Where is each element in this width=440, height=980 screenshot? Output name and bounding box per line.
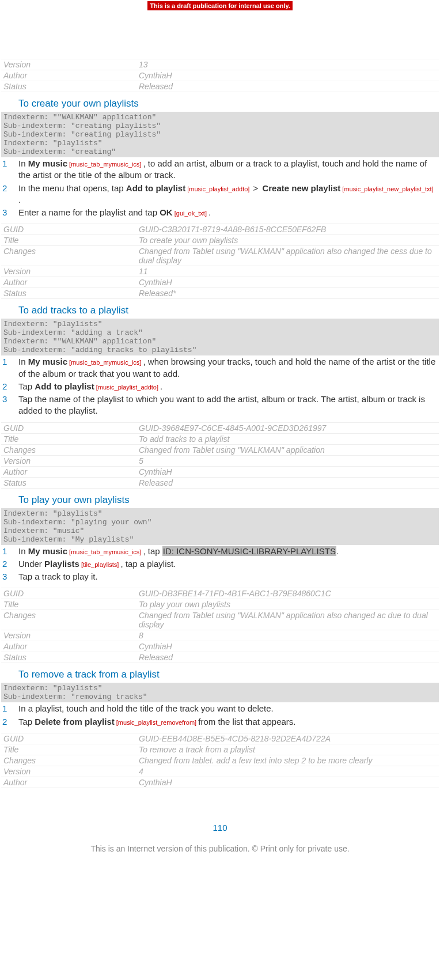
keyref: [tile_playlists] xyxy=(79,561,121,568)
meta-key: Status xyxy=(1,81,136,92)
page-body: Version13AuthorCynthiaHStatusReleased To… xyxy=(0,10,440,853)
meta-value: GUID-EEB44D8E-B5E5-4CD5-8218-92D2EA4D722… xyxy=(136,733,439,744)
meta-value: 13 xyxy=(136,59,439,70)
meta-key: GUID xyxy=(1,422,136,433)
meta-value: Released xyxy=(136,477,439,488)
indexterm-remove: Indexterm: "playlists" Sub-indexterm: "r… xyxy=(1,683,439,702)
meta-rows: GUIDGUID-EEB44D8E-B5E5-4CD5-8218-92D2EA4… xyxy=(1,733,439,788)
meta-value: GUID-C3B20171-8719-4A88-B615-8CCE50EF62F… xyxy=(136,224,439,235)
meta-key: Version xyxy=(1,630,136,641)
meta-key: Version xyxy=(1,455,136,466)
meta-value: 4 xyxy=(136,766,439,777)
section-heading-remove: To remove a track from a playlist xyxy=(18,669,439,680)
meta-value: 8 xyxy=(136,630,439,641)
meta-value: GUID-DB3FBE14-71FD-4B1F-ABC1-B79E84860C1… xyxy=(136,588,439,599)
meta-key: Status xyxy=(1,652,136,663)
keyref: [music_playlist_new_playlist_txt] xyxy=(340,186,433,192)
meta-key: Title xyxy=(1,599,136,610)
footer-text: This is an Internet version of this publ… xyxy=(1,844,439,853)
keyref: [music_playlist_addto] xyxy=(185,186,251,192)
meta-key: Changes xyxy=(1,755,136,766)
meta-value: CynthiaH xyxy=(136,70,439,81)
step-number: 2 xyxy=(1,381,18,392)
meta-rows: GUIDGUID-DB3FBE14-71FD-4B1F-ABC1-B79E848… xyxy=(1,588,439,663)
meta-table-remove: GUIDGUID-EEB44D8E-B5E5-4CD5-8218-92D2EA4… xyxy=(1,733,439,788)
meta-value: To play your own playlists xyxy=(136,599,439,610)
step-body: In the menu that opens, tap Add to playl… xyxy=(18,183,439,206)
step-number: 3 xyxy=(1,571,18,582)
meta-table-create: GUIDGUID-C3B20171-8719-4A88-B615-8CCE50E… xyxy=(1,224,439,299)
step-body: Tap Delete from playlist [music_playlist… xyxy=(18,716,439,728)
meta-value: Released* xyxy=(136,288,439,299)
meta-value: CynthiaH xyxy=(136,277,439,288)
meta-key: Changes xyxy=(1,610,136,630)
meta-table-play: GUIDGUID-DB3FBE14-71FD-4B1F-ABC1-B79E848… xyxy=(1,588,439,663)
steps-play: 1 In My music [music_tab_mymusic_ics] , … xyxy=(1,545,439,584)
step-body: Tap a track to play it. xyxy=(18,571,439,582)
meta-key: Version xyxy=(1,766,136,777)
meta-table-add: GUIDGUID-39684E97-C6CE-4845-A001-9CED3D2… xyxy=(1,422,439,489)
meta-key: Title xyxy=(1,433,136,444)
step-number: 1 xyxy=(1,703,18,714)
meta-key: Author xyxy=(1,70,136,81)
meta-value: Changed from Tablet using "WALKMAN" appl… xyxy=(136,444,439,455)
steps-create: 1 In My music [music_tab_mymusic_ics] , … xyxy=(1,157,439,219)
meta-key: GUID xyxy=(1,733,136,744)
meta-value: To remove a track from a playlist xyxy=(136,744,439,755)
ui-add-to-playlist: Add to playlist xyxy=(126,183,185,193)
meta-key: Version xyxy=(1,59,136,70)
ui-playlists: Playlists xyxy=(44,559,79,569)
meta-key: Author xyxy=(1,777,136,788)
step-number: 2 xyxy=(1,558,18,570)
meta-key: Title xyxy=(1,744,136,755)
meta-value: Released xyxy=(136,81,439,92)
keyref: [gui_ok_txt] xyxy=(173,210,208,217)
step-body: Tap the name of the playlist to which yo… xyxy=(18,393,439,417)
ui-my-music: My music xyxy=(28,158,67,168)
ui-create-new-playlist: Create new playlist xyxy=(262,183,340,193)
icon-placeholder: ID: ICN-SONY-MUSIC-LIBRARY-PLAYLISTS xyxy=(162,546,336,556)
steps-remove: 1 In a playlist, touch and hold the titl… xyxy=(1,702,439,728)
page-number: 110 xyxy=(1,823,439,833)
meta-rows: Version13AuthorCynthiaHStatusReleased xyxy=(1,59,439,92)
step-body: In My music [music_tab_mymusic_ics] , to… xyxy=(18,158,439,181)
step-body: Under Playlists [tile_playlists] , tap a… xyxy=(18,558,439,570)
indexterm-add: Indexterm: "playlists" Sub-indexterm: "a… xyxy=(1,319,439,355)
keyref: [music_tab_mymusic_ics] xyxy=(67,359,143,366)
section-heading-create: To create your own playlists xyxy=(18,98,439,109)
meta-value: Changed from tablet. add a few text into… xyxy=(136,755,439,766)
step-number: 1 xyxy=(1,356,18,380)
ui-delete-from-playlist: Delete from playlist xyxy=(35,717,114,727)
meta-rows: GUIDGUID-C3B20171-8719-4A88-B615-8CCE50E… xyxy=(1,224,439,299)
meta-rows: GUIDGUID-39684E97-C6CE-4845-A001-9CED3D2… xyxy=(1,422,439,488)
meta-key: GUID xyxy=(1,224,136,235)
meta-value: CynthiaH xyxy=(136,641,439,652)
meta-value: GUID-39684E97-C6CE-4845-A001-9CED3D26199… xyxy=(136,422,439,433)
section-heading-play: To play your own playlists xyxy=(18,494,439,506)
ui-my-music: My music xyxy=(28,546,67,556)
step-body: In My music [music_tab_mymusic_ics] , wh… xyxy=(18,356,439,380)
step-body: In My music [music_tab_mymusic_ics] , ta… xyxy=(18,546,439,557)
meta-key: Changes xyxy=(1,444,136,455)
step-number: 3 xyxy=(1,393,18,417)
meta-value: Released xyxy=(136,652,439,663)
ui-ok: OK xyxy=(160,207,173,217)
meta-key: Author xyxy=(1,641,136,652)
step-number: 3 xyxy=(1,207,18,218)
meta-key: Title xyxy=(1,235,136,246)
step-body: Enter a name for the playlist and tap OK… xyxy=(18,207,439,218)
step-number: 1 xyxy=(1,158,18,181)
step-number: 2 xyxy=(1,716,18,728)
indexterm-create: Indexterm: ""WALKMAN" application" Sub-i… xyxy=(1,112,439,157)
step-body: In a playlist, touch and hold the title … xyxy=(18,703,439,714)
meta-value: 5 xyxy=(136,455,439,466)
steps-add: 1 In My music [music_tab_mymusic_ics] , … xyxy=(1,355,439,417)
step-number: 1 xyxy=(1,546,18,557)
section-heading-add: To add tracks to a playlist xyxy=(18,305,439,316)
meta-key: Author xyxy=(1,277,136,288)
keyref: [music_tab_mymusic_ics] xyxy=(67,161,143,168)
step-body: Tap Add to playlist [music_playlist_addt… xyxy=(18,381,439,392)
ui-my-music: My music xyxy=(28,357,67,366)
meta-value: 11 xyxy=(136,266,439,277)
meta-key: Version xyxy=(1,266,136,277)
